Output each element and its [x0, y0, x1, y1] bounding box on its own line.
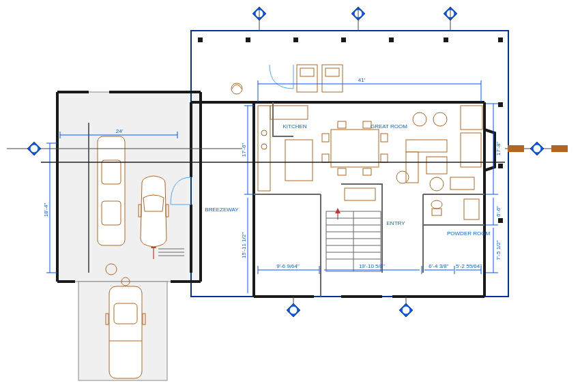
- svg-point-117: [289, 306, 298, 314]
- svg-rect-7: [498, 102, 503, 107]
- label-breezeway: BREEZEWAY: [205, 207, 239, 213]
- svg-rect-21: [322, 154, 329, 162]
- svg-rect-4: [389, 37, 394, 42]
- svg-rect-35: [461, 106, 482, 130]
- svg-rect-12: [285, 140, 313, 181]
- utility-appliances: [297, 65, 343, 92]
- svg-rect-3: [341, 37, 346, 42]
- svg-point-31: [413, 112, 426, 126]
- svg-point-14: [261, 144, 267, 149]
- svg-point-32: [433, 112, 447, 126]
- svg-rect-28: [345, 188, 375, 200]
- svg-point-103: [533, 145, 541, 153]
- dim-bottom-a: 9'-6 9/64": [276, 263, 300, 269]
- dim-right-upper: 17'-8": [495, 142, 502, 156]
- svg-point-39: [431, 200, 442, 209]
- svg-rect-27: [363, 168, 371, 175]
- svg-point-120: [402, 306, 410, 314]
- car-garage-right: [139, 176, 169, 247]
- svg-rect-41: [464, 199, 479, 220]
- entry-console: [345, 188, 375, 200]
- svg-rect-0: [198, 37, 203, 42]
- kitchen-fixtures: [258, 106, 313, 191]
- garage-slab: [57, 92, 201, 282]
- dim-top: 41': [358, 77, 366, 83]
- dim-bottom-c: 6'-4 3/8": [429, 263, 448, 269]
- svg-rect-38: [450, 177, 474, 190]
- svg-rect-5: [444, 37, 448, 42]
- svg-rect-40: [432, 209, 441, 215]
- svg-rect-10: [258, 106, 270, 191]
- svg-rect-2: [293, 37, 298, 42]
- svg-point-13: [261, 130, 267, 136]
- svg-rect-9: [498, 218, 503, 223]
- svg-rect-8: [498, 164, 503, 168]
- dim-right-mid: 6'-6": [495, 206, 502, 217]
- svg-rect-20: [322, 134, 329, 142]
- svg-rect-29: [406, 140, 447, 152]
- svg-rect-105: [551, 145, 568, 152]
- svg-marker-51: [335, 208, 340, 213]
- dim-left-lower: 15'-11 1/2": [241, 232, 247, 258]
- svg-rect-1: [246, 37, 250, 42]
- label-powder: POWDER ROOM: [447, 230, 490, 237]
- dim-garage-w: 24': [116, 128, 124, 134]
- label-entry: ENTRY: [387, 220, 406, 226]
- svg-rect-22: [381, 134, 388, 142]
- svg-rect-11: [270, 106, 308, 119]
- svg-rect-30: [406, 152, 418, 183]
- svg-rect-33: [426, 157, 447, 174]
- floor-plan-canvas[interactable]: 41' 17'-6" 15'-11 1/2" 17'-8" 6'-6" 7'-5…: [0, 0, 580, 392]
- powder-room-fixtures: [431, 199, 479, 220]
- stairs: [326, 208, 381, 271]
- svg-rect-23: [381, 154, 388, 162]
- svg-rect-63: [109, 286, 142, 378]
- svg-rect-57: [98, 136, 125, 245]
- dim-garage-h: 18'-4": [43, 203, 49, 217]
- label-kitchen: KITCHEN: [282, 123, 306, 130]
- svg-rect-6: [498, 37, 503, 42]
- svg-rect-24: [338, 121, 346, 128]
- svg-rect-19: [331, 130, 379, 167]
- svg-point-100: [30, 145, 38, 153]
- great-room-furniture: [396, 106, 495, 191]
- dim-bottom-d: 5'-2 55/64": [456, 263, 482, 269]
- svg-rect-26: [338, 168, 346, 175]
- svg-point-36: [430, 177, 444, 191]
- svg-rect-104: [508, 145, 524, 152]
- dim-right-lower: 7'-5 1/2": [495, 240, 502, 260]
- dim-left-upper: 17'-6": [241, 143, 247, 157]
- label-great-room: GREAT ROOM: [371, 123, 407, 130]
- accent-chair: [231, 83, 242, 94]
- dim-bottom-b: 19'-10 5/8": [359, 263, 385, 269]
- truck-driveway: [106, 277, 145, 378]
